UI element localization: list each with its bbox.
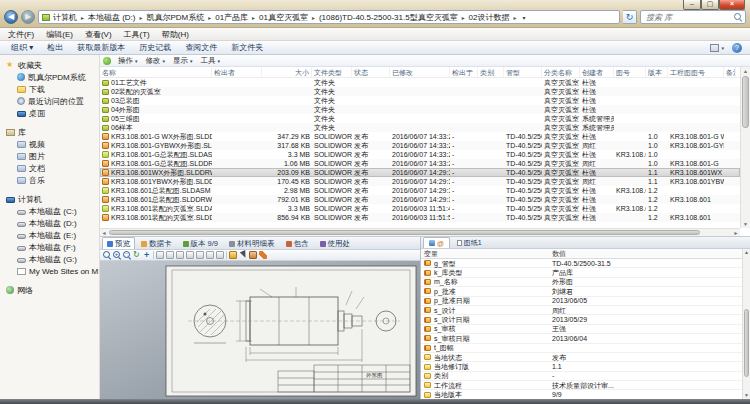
- column-header[interactable]: 管型: [504, 67, 542, 77]
- zoom-fit-icon[interactable]: [103, 251, 111, 259]
- scroll-left-icon[interactable]: ◄: [100, 229, 108, 237]
- scroll-up-icon[interactable]: ▲: [743, 249, 750, 256]
- vertical-scrollbar[interactable]: ▲ ▼: [740, 67, 750, 228]
- breadcrumb-item[interactable]: 02设计数据: [469, 13, 510, 22]
- sidebar-item[interactable]: 凯真尔PDM系统: [0, 71, 99, 83]
- variable-row[interactable]: s_审核王强: [421, 325, 742, 334]
- tab-使用处[interactable]: 使用处: [315, 237, 356, 249]
- column-header[interactable]: 已修改: [390, 67, 450, 77]
- sidebar-item[interactable]: 桌面: [0, 107, 99, 119]
- scroll-right-icon[interactable]: ►: [732, 229, 740, 237]
- menu-item[interactable]: 工具(T): [118, 29, 156, 40]
- file-row[interactable]: KR3.108.601YBWX外形图.SLDDRW170.45 KBSOLIDW…: [100, 177, 740, 186]
- column-header[interactable]: 版本: [646, 67, 668, 77]
- breadcrumb-item[interactable]: (1086)TD-40.5-2500-31.5型真空灭弧室: [319, 13, 458, 22]
- horizontal-scrollbar[interactable]: ◄ ►: [100, 228, 740, 236]
- tab-图纸1[interactable]: 图纸1: [451, 237, 488, 248]
- column-header[interactable]: 分类名称: [542, 67, 580, 77]
- command-bar-button[interactable]: 历史记载: [132, 43, 178, 52]
- drawing-preview[interactable]: 外形图: [100, 261, 420, 399]
- column-header[interactable]: 类别: [478, 67, 504, 77]
- command-bar-button[interactable]: 检出: [40, 43, 70, 52]
- variable-row[interactable]: k_库类型产品库: [421, 268, 742, 277]
- sidebar-section-header[interactable]: 计算机: [0, 193, 99, 205]
- sidebar-item[interactable]: 图片: [0, 150, 99, 162]
- scroll-down-icon[interactable]: ▼: [743, 392, 750, 399]
- file-row[interactable]: 03总装图文件夹真空灭弧室杜强: [100, 96, 740, 105]
- sidebar-item[interactable]: 本地磁盘 (G:): [0, 253, 99, 265]
- sidebar-item[interactable]: 视频: [0, 138, 99, 150]
- variable-row[interactable]: 当地状态发布: [421, 353, 742, 362]
- forward-button[interactable]: ▶: [21, 10, 35, 24]
- sidebar-item[interactable]: 本地磁盘 (E:): [0, 229, 99, 241]
- column-header[interactable]: 检出于: [450, 67, 478, 77]
- command-bar-button[interactable]: 查阅文件: [178, 43, 224, 52]
- sidebar-section-header[interactable]: 库: [0, 126, 99, 138]
- pdm-menu-item[interactable]: 操作▾: [114, 56, 142, 65]
- variable-row[interactable]: g_管型TD-40.5/2500-31.5: [421, 259, 742, 268]
- variable-row[interactable]: p_批准刘继君: [421, 287, 742, 296]
- breadcrumb-item[interactable]: 凯真尔PDM系统: [146, 13, 204, 22]
- variable-row[interactable]: 当地修订版1.1: [421, 362, 742, 371]
- breadcrumb-item[interactable]: 01真空灭弧室: [259, 13, 308, 22]
- vertical-scrollbar[interactable]: ▲ ▼: [742, 249, 750, 399]
- column-header[interactable]: 名称: [100, 67, 212, 77]
- tab-data-card[interactable]: @: [423, 237, 450, 248]
- scrollbar-thumb[interactable]: [742, 76, 749, 128]
- sidebar-item[interactable]: 本地磁盘 (F:): [0, 241, 99, 253]
- page2-icon[interactable]: [196, 251, 204, 259]
- file-row[interactable]: KR3.108.601总装配图.SLDDRW792.01 KBSOLIDWORK…: [100, 195, 740, 204]
- sidebar-item[interactable]: 下载: [0, 83, 99, 95]
- file-row[interactable]: 06样本文件夹真空灭弧室系统管理员: [100, 123, 740, 132]
- tab-预览[interactable]: 预览: [102, 237, 135, 249]
- column-header[interactable]: 图号: [614, 67, 646, 77]
- pencil-icon[interactable]: [259, 251, 267, 259]
- help-button[interactable]: ?: [732, 43, 742, 53]
- scrollbar-thumb[interactable]: [744, 309, 749, 377]
- file-row[interactable]: KR3.108.601-G总装配图.SLDASM3.3 MBSOLIDWORK.…: [100, 150, 740, 159]
- command-bar-button[interactable]: 新文件夹: [224, 43, 270, 52]
- zoom-out-icon[interactable]: [123, 251, 131, 259]
- tab-材料明细表[interactable]: 材料明细表: [224, 237, 280, 249]
- pdm-menu-item[interactable]: 修改▾: [142, 56, 170, 65]
- address-dropdown-icon[interactable]: ▾: [520, 14, 527, 21]
- zoom-in-icon[interactable]: [113, 251, 121, 259]
- sidebar-item[interactable]: My Web Sites on MSN: [0, 265, 99, 277]
- menu-item[interactable]: 帮助(H): [156, 29, 195, 40]
- file-row[interactable]: KR3.108.601-GYBWX外形图.SLDDRW317.68 KBSOLI…: [100, 141, 740, 150]
- column-header[interactable]: 创建者: [580, 67, 614, 77]
- refresh-icon[interactable]: [133, 251, 141, 259]
- variable-row[interactable]: 当地版本9/9: [421, 390, 742, 399]
- file-row[interactable]: KR3.108.601-G WX外形图.SLDDRW347.29 KBSOLID…: [100, 132, 740, 141]
- column-header[interactable]: 备注: [724, 67, 736, 77]
- variable-row[interactable]: m_名称外形图: [421, 278, 742, 287]
- palette-icon[interactable]: [249, 251, 257, 259]
- file-row[interactable]: 04外形图文件夹真空灭弧室杜强: [100, 105, 740, 114]
- column-header[interactable]: 工程图图号: [668, 67, 724, 77]
- pan-icon[interactable]: [143, 251, 151, 259]
- file-row[interactable]: 05三维图文件夹真空灭弧室系统管理员: [100, 114, 740, 123]
- file-row[interactable]: 02装配的灭弧室文件夹真空灭弧室杜强: [100, 87, 740, 96]
- change-view-button[interactable]: ▾: [706, 44, 728, 52]
- column-header[interactable]: 状态: [352, 67, 390, 77]
- page4-icon[interactable]: [216, 251, 224, 259]
- file-row[interactable]: KR3.108.601装配的灭弧室.SLDDRW856.94 KBSOLIDWO…: [100, 213, 740, 222]
- scroll-down-icon[interactable]: ▼: [741, 220, 750, 228]
- column-header[interactable]: 文件类型: [312, 67, 352, 77]
- variable-column-header[interactable]: 变量: [421, 249, 549, 258]
- pdm-menu-item[interactable]: 显示▾: [169, 56, 197, 65]
- column-header[interactable]: 大小: [262, 67, 312, 77]
- variable-row[interactable]: s_设计周红: [421, 306, 742, 315]
- variable-row[interactable]: p_批准日期2013/06/05: [421, 297, 742, 306]
- sidebar-item[interactable]: 本地磁盘 (C:): [0, 205, 99, 217]
- column-header[interactable]: 检出者: [212, 67, 262, 77]
- file-row[interactable]: 01工艺文件文件夹真空灭弧室杜强: [100, 78, 740, 87]
- breadcrumb-item[interactable]: 计算机: [53, 13, 77, 22]
- breadcrumb-item[interactable]: 本地磁盘 (D:): [88, 13, 136, 22]
- sidebar-item[interactable]: 本地磁盘 (D:): [0, 217, 99, 229]
- file-row[interactable]: KR3.108.601WX外形图.SLDDRW203.09 KBSOLIDWOR…: [100, 168, 740, 177]
- print-icon[interactable]: [156, 251, 164, 259]
- sidebar-item[interactable]: 最近访问的位置: [0, 95, 99, 107]
- menu-item[interactable]: 编辑(E): [40, 29, 79, 40]
- sidebar-section-header[interactable]: 收藏夹: [0, 59, 99, 71]
